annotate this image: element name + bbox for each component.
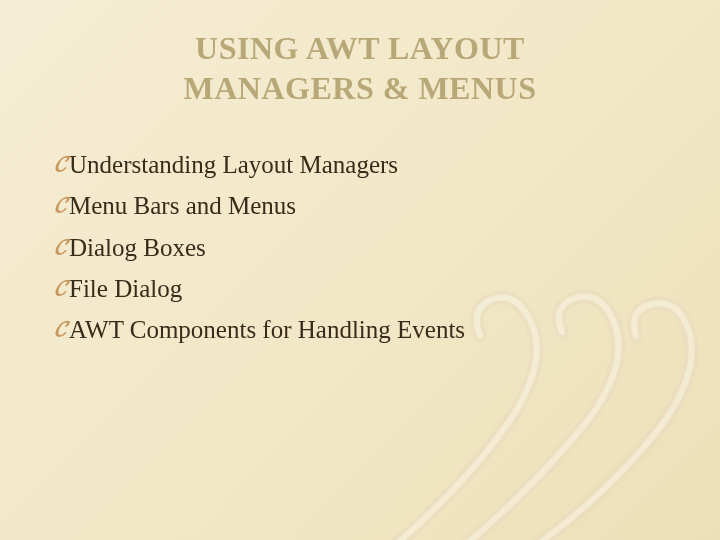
slide-title: USING AWT LAYOUT MANAGERS & MENUS (50, 28, 670, 108)
slide: USING AWT LAYOUT MANAGERS & MENUS 𝓒 Unde… (0, 0, 720, 540)
list-item: 𝓒 Menu Bars and Menus (54, 185, 670, 226)
curl-bullet-icon: 𝓒 (54, 185, 65, 225)
list-item: 𝓒 AWT Components for Handling Events (54, 309, 670, 350)
bullet-text: Understanding Layout Managers (69, 144, 398, 185)
bullet-text: Dialog Boxes (69, 227, 206, 268)
bullet-text: Menu Bars and Menus (69, 185, 296, 226)
bullet-text: File Dialog (69, 268, 182, 309)
curl-bullet-icon: 𝓒 (54, 144, 65, 184)
bullet-text: AWT Components for Handling Events (69, 309, 465, 350)
bullet-list: 𝓒 Understanding Layout Managers 𝓒 Menu B… (50, 144, 670, 350)
list-item: 𝓒 Dialog Boxes (54, 227, 670, 268)
list-item: 𝓒 File Dialog (54, 268, 670, 309)
curl-bullet-icon: 𝓒 (54, 268, 65, 308)
curl-bullet-icon: 𝓒 (54, 227, 65, 267)
curl-bullet-icon: 𝓒 (54, 309, 65, 349)
title-line-1: USING AWT LAYOUT (195, 30, 525, 66)
title-line-2: MANAGERS & MENUS (184, 70, 537, 106)
list-item: 𝓒 Understanding Layout Managers (54, 144, 670, 185)
